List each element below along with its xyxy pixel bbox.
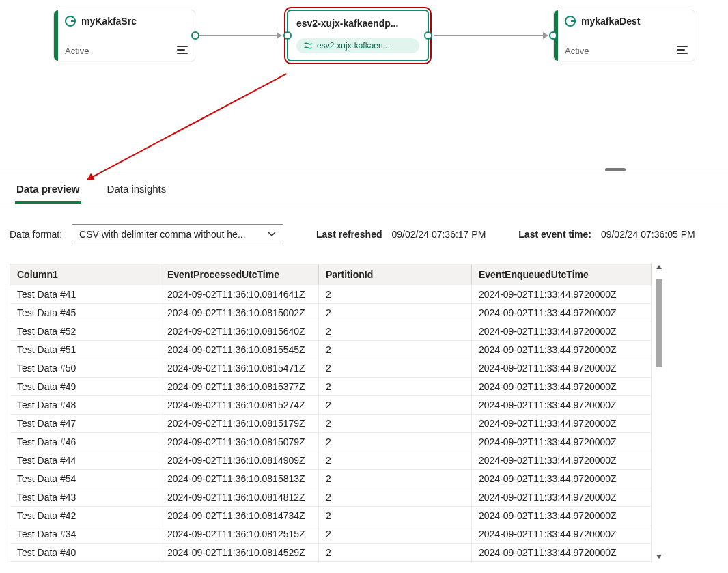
- table-cell: 2024-09-02T11:33:44.9720000Z: [472, 507, 652, 525]
- table-cell: 2: [319, 396, 472, 415]
- column-header[interactable]: PartitionId: [319, 264, 472, 285]
- node-transform-pill[interactable]: esv2-xujx-kafkaen...: [296, 38, 419, 53]
- table-cell: 2024-09-02T11:33:44.9720000Z: [472, 525, 652, 544]
- flow-icon: [303, 41, 313, 51]
- table-cell: 2024-09-02T11:33:44.9720000Z: [472, 544, 652, 562]
- table-row[interactable]: Test Data #542024-09-02T11:36:10.0815813…: [10, 470, 652, 488]
- tab-data-insights[interactable]: Data insights: [106, 179, 168, 204]
- table-cell: Test Data #44: [10, 451, 160, 470]
- table-cell: 2024-09-02T11:33:44.9720000Z: [472, 396, 652, 415]
- node-output-port[interactable]: [424, 31, 432, 40]
- table-cell: 2024-09-02T11:36:10.0814812Z: [160, 488, 319, 507]
- table-row[interactable]: Test Data #462024-09-02T11:36:10.0815079…: [10, 433, 652, 451]
- table-row[interactable]: Test Data #412024-09-02T11:36:10.0814641…: [10, 285, 652, 304]
- table-cell: 2024-09-02T11:33:44.9720000Z: [472, 433, 652, 451]
- table-cell: 2024-09-02T11:33:44.9720000Z: [472, 359, 652, 378]
- data-preview-table-wrap: Column1 EventProcessedUtcTime PartitionI…: [10, 264, 718, 573]
- table-cell: 2024-09-02T11:36:10.0815179Z: [160, 415, 319, 433]
- node-source-status: Active: [65, 46, 89, 56]
- connector-source-to-transform: [199, 35, 281, 36]
- table-cell: 2: [319, 341, 472, 359]
- table-cell: Test Data #49: [10, 378, 160, 396]
- table-row[interactable]: Test Data #442024-09-02T11:36:10.0814909…: [10, 451, 652, 470]
- table-cell: Test Data #54: [10, 470, 160, 488]
- tab-data-preview[interactable]: Data preview: [15, 179, 81, 204]
- table-cell: Test Data #40: [10, 544, 160, 562]
- table-cell: Test Data #47: [10, 415, 160, 433]
- table-cell: 2: [319, 451, 472, 470]
- last-event-value: 09/02/24 07:36:05 PM: [601, 229, 695, 240]
- node-menu-icon[interactable]: [177, 45, 188, 57]
- table-cell: Test Data #43: [10, 488, 160, 507]
- table-row[interactable]: Test Data #502024-09-02T11:36:10.0815471…: [10, 359, 652, 378]
- table-cell: 2024-09-02T11:36:10.0814641Z: [160, 285, 319, 304]
- table-cell: 2024-09-02T11:33:44.9720000Z: [472, 488, 652, 507]
- table-row[interactable]: Test Data #342024-09-02T11:36:10.0812515…: [10, 525, 652, 544]
- table-cell: 2: [319, 378, 472, 396]
- table-cell: 2024-09-02T11:36:10.0815471Z: [160, 359, 319, 378]
- column-header[interactable]: Column1: [10, 264, 160, 285]
- table-cell: 2024-09-02T11:33:44.9720000Z: [472, 470, 652, 488]
- panel-divider[interactable]: [0, 171, 728, 171]
- table-cell: 2024-09-02T11:36:10.0815274Z: [160, 396, 319, 415]
- table-row[interactable]: Test Data #492024-09-02T11:36:10.0815377…: [10, 378, 652, 396]
- table-cell: Test Data #51: [10, 341, 160, 359]
- table-row[interactable]: Test Data #472024-09-02T11:36:10.0815179…: [10, 415, 652, 433]
- table-cell: 2024-09-02T11:33:44.9720000Z: [472, 341, 652, 359]
- node-destination[interactable]: mykafkaDest Active: [553, 10, 695, 61]
- table-cell: Test Data #42: [10, 507, 160, 525]
- node-input-port[interactable]: [549, 31, 557, 40]
- node-transform-pill-label: esv2-xujx-kafkaen...: [317, 41, 390, 51]
- table-row[interactable]: Test Data #452024-09-02T11:36:10.0815002…: [10, 304, 652, 322]
- table-row[interactable]: Test Data #482024-09-02T11:36:10.0815274…: [10, 396, 652, 415]
- table-row[interactable]: Test Data #422024-09-02T11:36:10.0814734…: [10, 507, 652, 525]
- data-preview-table: Column1 EventProcessedUtcTime PartitionI…: [10, 264, 652, 562]
- table-cell: Test Data #52: [10, 322, 160, 341]
- table-cell: Test Data #46: [10, 433, 160, 451]
- scroll-thumb[interactable]: [656, 279, 662, 367]
- table-cell: 2: [319, 433, 472, 451]
- bottom-tabs: Data preview Data insights: [15, 179, 167, 204]
- table-cell: 2024-09-02T11:36:10.0812515Z: [160, 525, 319, 544]
- table-row[interactable]: Test Data #432024-09-02T11:36:10.0814812…: [10, 488, 652, 507]
- node-destination-status: Active: [565, 46, 589, 56]
- chevron-down-icon: [268, 232, 276, 237]
- scroll-up-icon[interactable]: [656, 265, 662, 269]
- node-input-port[interactable]: [283, 31, 292, 40]
- table-cell: 2024-09-02T11:33:44.9720000Z: [472, 451, 652, 470]
- node-source[interactable]: myKakfaSrc Active: [53, 10, 195, 61]
- table-cell: Test Data #48: [10, 396, 160, 415]
- table-row[interactable]: Test Data #522024-09-02T11:36:10.0815640…: [10, 322, 652, 341]
- node-transform-title: esv2-xujx-kafkaendp...: [296, 18, 398, 29]
- table-cell: 2: [319, 470, 472, 488]
- node-menu-icon[interactable]: [677, 45, 688, 57]
- column-header[interactable]: EventProcessedUtcTime: [160, 264, 319, 285]
- table-cell: 2: [319, 285, 472, 304]
- table-cell: 2: [319, 488, 472, 507]
- table-row[interactable]: Test Data #402024-09-02T11:36:10.0814529…: [10, 544, 652, 562]
- data-format-label: Data format:: [10, 229, 62, 240]
- table-cell: Test Data #34: [10, 525, 160, 544]
- scroll-down-icon[interactable]: [656, 555, 662, 559]
- table-cell: 2: [319, 544, 472, 562]
- table-cell: 2: [319, 525, 472, 544]
- data-format-select[interactable]: CSV with delimiter comma without he...: [72, 224, 283, 244]
- column-header[interactable]: EventEnqueuedUtcTime: [472, 264, 652, 285]
- table-cell: 2024-09-02T11:36:10.0815545Z: [160, 341, 319, 359]
- stream-icon: [65, 16, 76, 27]
- annotation-arrow: [87, 73, 287, 180]
- last-refreshed-label: Last refreshed: [316, 229, 382, 240]
- preview-toolbar: Data format: CSV with delimiter comma wi…: [10, 224, 718, 244]
- table-cell: 2024-09-02T11:36:10.0815813Z: [160, 470, 319, 488]
- table-cell: 2: [319, 507, 472, 525]
- connector-transform-to-dest: [434, 35, 548, 36]
- table-cell: 2: [319, 359, 472, 378]
- table-scrollbar[interactable]: [656, 265, 662, 559]
- table-cell: 2024-09-02T11:33:44.9720000Z: [472, 322, 652, 341]
- resize-handle[interactable]: [605, 168, 626, 171]
- table-row[interactable]: Test Data #512024-09-02T11:36:10.0815545…: [10, 341, 652, 359]
- last-refreshed-value: 09/02/24 07:36:17 PM: [392, 229, 486, 240]
- data-format-value: CSV with delimiter comma without he...: [79, 229, 246, 240]
- node-output-port[interactable]: [191, 31, 199, 40]
- node-transform-selected[interactable]: esv2-xujx-kafkaendp... esv2-xujx-kafkaen…: [287, 10, 429, 61]
